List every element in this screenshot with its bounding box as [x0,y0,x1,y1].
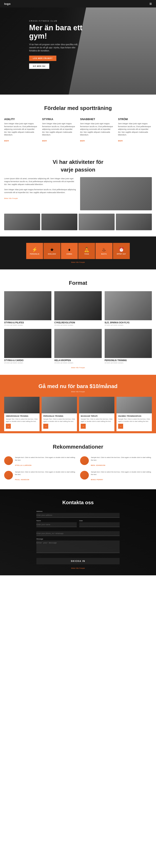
contact-name-input[interactable] [36,522,77,527]
format-card-title-5: Hela kroppen [54,359,102,362]
hero-title: Mer än bara ett gym! [29,24,87,40]
join-card-text-1: Sample Text. Click to select the text bo… [4,418,40,423]
icon-zumba[interactable]: ♦ ZUMBA [61,243,78,259]
join-card-title-3: Massage terapi [79,415,114,417]
benefit-agility: Agility Sem integer vitae justo eget mag… [4,118,38,142]
testimonials-heading: Rekommendationer [4,444,152,450]
icon-bastu[interactable]: ♨ BASTU [95,243,112,259]
format-image-1 [4,291,51,320]
hamburger-icon[interactable]: ≡ [149,1,152,6]
icon-exklusiv[interactable]: ★ EXKLUSIV [43,243,60,259]
icon-oppet[interactable]: ⏰ ÖPPET 24/7 [113,243,130,259]
format-section: Format Styrka & Pilates Ut enim ad minim… [0,270,156,375]
testimonial-1: Sample text. Click to select the text bo… [4,456,76,467]
activities-photo-credit[interactable]: Bilder från Freepik [4,197,18,199]
exklusiv-icon: ★ [50,247,54,252]
avatar-inner-1 [4,456,13,465]
oppet-label: ÖPPET 24/7 [117,253,126,255]
activities-text-2: Sem integer vitae justo eget magna ferme… [4,188,76,194]
icon-yoga[interactable]: 🧘 YOGA [78,243,95,259]
navbar: logo ≡ [0,0,156,7]
testimonial-name-1: STELLA LARSON [15,464,32,466]
testimonials-section: Rekommendationer Sample text. Click to s… [0,433,156,489]
join-card-arrow-3[interactable]: → [81,424,86,429]
contact-address-label: Address [36,510,120,512]
format-credit[interactable]: Bilder från Freepik [4,367,152,369]
zumba-icon: ♦ [68,247,71,252]
activity-thumb-3 [79,214,114,230]
format-card-4: Styrka & Cardio Ut enim ad minim veniam. [4,329,51,364]
join-card-arrow-2[interactable]: → [43,424,48,429]
join-card-4: Snabba träningspass Sample Text. Click t… [116,397,152,431]
contact-phone-input[interactable] [36,531,120,536]
join-card-text-4: Sample Text. Click to select the text bo… [116,418,152,423]
join-credit[interactable]: Bilder från Freepik [4,391,152,393]
benefits-section: Fördelar med sportträning Agility Sem in… [0,95,156,149]
benefits-heading: Fördelar med sportträning [4,105,152,112]
hero-join-button[interactable]: GÅ MED NU [29,63,49,69]
join-card-text-2: Sample Text. Click to select the text bo… [42,418,77,423]
activity-thumb-2 [42,214,77,230]
benefit-snabbhet-more[interactable]: MER [80,140,85,142]
contact-date-group: Date [79,520,120,527]
contact-message-group: Message [36,538,120,554]
testimonial-2: Sample text. Click to select the text bo… [80,456,152,467]
format-card-sub-3: Ut enim ad minim veniam. [105,324,152,326]
contact-address-input[interactable] [36,513,120,518]
benefit-agility-title: Agility [4,118,38,121]
benefit-styrka-more[interactable]: MER [42,140,47,142]
benefits-grid: Agility Sem integer vitae justo eget mag… [4,118,152,142]
format-heading: Format [4,280,152,286]
hero-read-more-button[interactable]: Läs Mer Framåt [29,56,56,61]
contact-credit[interactable]: Bilder från Freepik [36,567,120,569]
join-card-title-1: Obegränsad träning [4,415,40,417]
activities-heading: Vi har aktiviteter för [4,159,152,165]
contact-name-label: Name [36,520,77,522]
join-card-3: Massage terapi Sample Text. Click to sel… [79,397,114,431]
avatar-inner-4 [80,471,89,479]
testimonial-text-3: Sample text. Click to select the text bo… [15,471,76,476]
icon-personlig[interactable]: ⚡ PERSONLIG [26,243,43,259]
icon-section-credit[interactable]: Bilder från Freepik [4,261,152,263]
activities-section: Vi har aktiviteter för varje passion Lor… [0,149,156,237]
join-card-arrow-4[interactable]: → [118,424,123,429]
benefit-snabbhet-title: Snabbhet [80,118,114,121]
contact-name-group: Name [36,520,77,527]
join-card-arrow-1[interactable]: → [6,424,11,429]
benefit-strom-more[interactable]: MER [118,140,123,142]
benefit-agility-more[interactable]: MER [4,140,9,142]
contact-phone-group [36,531,120,536]
activity-thumb-1 [4,214,40,230]
testimonial-text-block-4: Sample text. Click to select the text bo… [91,471,152,481]
join-heading: Gå med nu för bara $10/månad [4,383,152,390]
format-card-title-3: Slå, sparka och flyg [105,321,152,324]
testimonial-text-block-1: Sample text. Click to select the text bo… [15,456,76,467]
join-card-text-3: Sample Text. Click to select the text bo… [79,418,114,423]
join-card-title-2: Personlig träning [42,415,77,417]
contact-address-group: Address [36,510,120,518]
format-image-2 [54,291,102,320]
testimonial-name-3: PAUL HANSON [15,479,29,480]
activities-text: Lorem ipsum dolor sit amet, consectetur … [4,177,76,210]
hero-club-name: Cross Fitness Club [29,20,87,22]
contact-submit-button[interactable]: SKICKA IN [36,558,120,564]
join-section: Gå med nu för bara $10/månad Bilder från… [0,375,156,433]
exklusiv-label: EXKLUSIV [48,253,56,255]
personlig-icon: ⚡ [32,247,37,252]
testimonial-text-1: Sample text. Click to select the text bo… [15,456,76,462]
format-grid: Styrka & Pilates Ut enim ad minim veniam… [4,291,152,364]
testimonial-4: Sample text. Click to select the text bo… [80,471,152,481]
contact-message-label: Message [36,538,120,540]
zumba-label: ZUMBA [67,253,72,255]
contact-date-label: Date [79,520,120,522]
contact-message-input[interactable] [36,540,120,553]
benefit-snabbhet: Snabbhet Sem integer vitae justo eget ma… [80,118,114,142]
testimonial-text-2: Sample text. Click to select the text bo… [91,456,152,462]
join-card-title-4: Snabba träningspass [116,415,152,417]
format-card-3: Slå, sparka och flyg Ut enim ad minim ve… [105,291,152,326]
format-card-sub-2: Ut enim ad minim veniam. [54,324,102,326]
testimonial-text-block-3: Sample text. Click to select the text bo… [15,471,76,481]
format-card-6: Personlig träning Ut enim ad minim venia… [105,329,152,364]
format-card-title-4: Styrka & Cardio [4,359,51,362]
contact-date-input[interactable] [79,522,120,527]
